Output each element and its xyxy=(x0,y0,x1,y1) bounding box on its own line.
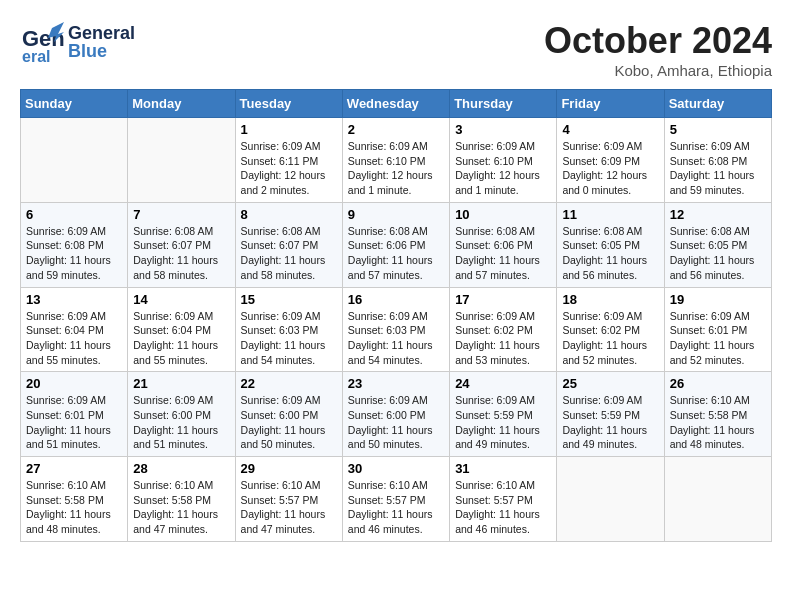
day-number: 20 xyxy=(26,376,122,391)
day-number: 26 xyxy=(670,376,766,391)
day-number: 21 xyxy=(133,376,229,391)
calendar-day-9: 9Sunrise: 6:08 AM Sunset: 6:06 PM Daylig… xyxy=(342,202,449,287)
day-number: 25 xyxy=(562,376,658,391)
day-info: Sunrise: 6:10 AM Sunset: 5:58 PM Dayligh… xyxy=(26,478,122,537)
day-number: 17 xyxy=(455,292,551,307)
svg-text:eral: eral xyxy=(22,48,50,64)
day-number: 14 xyxy=(133,292,229,307)
calendar-day-7: 7Sunrise: 6:08 AM Sunset: 6:07 PM Daylig… xyxy=(128,202,235,287)
calendar-day-20: 20Sunrise: 6:09 AM Sunset: 6:01 PM Dayli… xyxy=(21,372,128,457)
calendar-day-21: 21Sunrise: 6:09 AM Sunset: 6:00 PM Dayli… xyxy=(128,372,235,457)
weekday-header-row: SundayMondayTuesdayWednesdayThursdayFrid… xyxy=(21,90,772,118)
day-number: 30 xyxy=(348,461,444,476)
day-number: 9 xyxy=(348,207,444,222)
calendar-empty-cell xyxy=(664,457,771,542)
day-info: Sunrise: 6:09 AM Sunset: 6:00 PM Dayligh… xyxy=(241,393,337,452)
weekday-header-monday: Monday xyxy=(128,90,235,118)
calendar-day-3: 3Sunrise: 6:09 AM Sunset: 6:10 PM Daylig… xyxy=(450,118,557,203)
day-info: Sunrise: 6:09 AM Sunset: 6:03 PM Dayligh… xyxy=(348,309,444,368)
calendar-day-26: 26Sunrise: 6:10 AM Sunset: 5:58 PM Dayli… xyxy=(664,372,771,457)
day-info: Sunrise: 6:08 AM Sunset: 6:07 PM Dayligh… xyxy=(241,224,337,283)
calendar-day-15: 15Sunrise: 6:09 AM Sunset: 6:03 PM Dayli… xyxy=(235,287,342,372)
day-number: 1 xyxy=(241,122,337,137)
calendar-day-6: 6Sunrise: 6:09 AM Sunset: 6:08 PM Daylig… xyxy=(21,202,128,287)
calendar-week-row: 1Sunrise: 6:09 AM Sunset: 6:11 PM Daylig… xyxy=(21,118,772,203)
day-info: Sunrise: 6:09 AM Sunset: 6:02 PM Dayligh… xyxy=(562,309,658,368)
day-info: Sunrise: 6:09 AM Sunset: 6:08 PM Dayligh… xyxy=(26,224,122,283)
calendar-day-28: 28Sunrise: 6:10 AM Sunset: 5:58 PM Dayli… xyxy=(128,457,235,542)
calendar-day-10: 10Sunrise: 6:08 AM Sunset: 6:06 PM Dayli… xyxy=(450,202,557,287)
day-number: 12 xyxy=(670,207,766,222)
logo-blue: Blue xyxy=(68,42,135,60)
day-info: Sunrise: 6:09 AM Sunset: 6:10 PM Dayligh… xyxy=(455,139,551,198)
calendar-week-row: 13Sunrise: 6:09 AM Sunset: 6:04 PM Dayli… xyxy=(21,287,772,372)
day-number: 28 xyxy=(133,461,229,476)
day-info: Sunrise: 6:10 AM Sunset: 5:57 PM Dayligh… xyxy=(348,478,444,537)
day-number: 23 xyxy=(348,376,444,391)
calendar-day-29: 29Sunrise: 6:10 AM Sunset: 5:57 PM Dayli… xyxy=(235,457,342,542)
day-info: Sunrise: 6:09 AM Sunset: 6:11 PM Dayligh… xyxy=(241,139,337,198)
day-info: Sunrise: 6:08 AM Sunset: 6:06 PM Dayligh… xyxy=(348,224,444,283)
day-number: 27 xyxy=(26,461,122,476)
calendar-day-2: 2Sunrise: 6:09 AM Sunset: 6:10 PM Daylig… xyxy=(342,118,449,203)
calendar-day-19: 19Sunrise: 6:09 AM Sunset: 6:01 PM Dayli… xyxy=(664,287,771,372)
day-info: Sunrise: 6:08 AM Sunset: 6:07 PM Dayligh… xyxy=(133,224,229,283)
calendar-day-25: 25Sunrise: 6:09 AM Sunset: 5:59 PM Dayli… xyxy=(557,372,664,457)
day-info: Sunrise: 6:09 AM Sunset: 6:00 PM Dayligh… xyxy=(133,393,229,452)
weekday-header-friday: Friday xyxy=(557,90,664,118)
weekday-header-sunday: Sunday xyxy=(21,90,128,118)
weekday-header-thursday: Thursday xyxy=(450,90,557,118)
day-number: 8 xyxy=(241,207,337,222)
title-block: October 2024 Kobo, Amhara, Ethiopia xyxy=(544,20,772,79)
calendar-day-23: 23Sunrise: 6:09 AM Sunset: 6:00 PM Dayli… xyxy=(342,372,449,457)
weekday-header-tuesday: Tuesday xyxy=(235,90,342,118)
day-info: Sunrise: 6:08 AM Sunset: 6:05 PM Dayligh… xyxy=(670,224,766,283)
day-number: 24 xyxy=(455,376,551,391)
calendar-day-16: 16Sunrise: 6:09 AM Sunset: 6:03 PM Dayli… xyxy=(342,287,449,372)
calendar-day-4: 4Sunrise: 6:09 AM Sunset: 6:09 PM Daylig… xyxy=(557,118,664,203)
day-info: Sunrise: 6:09 AM Sunset: 6:04 PM Dayligh… xyxy=(26,309,122,368)
day-number: 6 xyxy=(26,207,122,222)
day-number: 31 xyxy=(455,461,551,476)
calendar-day-31: 31Sunrise: 6:10 AM Sunset: 5:57 PM Dayli… xyxy=(450,457,557,542)
calendar-empty-cell xyxy=(128,118,235,203)
day-info: Sunrise: 6:09 AM Sunset: 5:59 PM Dayligh… xyxy=(455,393,551,452)
logo: Gen eral General Blue xyxy=(20,20,135,64)
day-info: Sunrise: 6:09 AM Sunset: 6:04 PM Dayligh… xyxy=(133,309,229,368)
calendar-week-row: 27Sunrise: 6:10 AM Sunset: 5:58 PM Dayli… xyxy=(21,457,772,542)
weekday-header-wednesday: Wednesday xyxy=(342,90,449,118)
day-number: 2 xyxy=(348,122,444,137)
day-info: Sunrise: 6:08 AM Sunset: 6:06 PM Dayligh… xyxy=(455,224,551,283)
day-number: 5 xyxy=(670,122,766,137)
calendar-day-27: 27Sunrise: 6:10 AM Sunset: 5:58 PM Dayli… xyxy=(21,457,128,542)
weekday-header-saturday: Saturday xyxy=(664,90,771,118)
calendar-day-14: 14Sunrise: 6:09 AM Sunset: 6:04 PM Dayli… xyxy=(128,287,235,372)
day-number: 16 xyxy=(348,292,444,307)
day-info: Sunrise: 6:10 AM Sunset: 5:57 PM Dayligh… xyxy=(241,478,337,537)
day-info: Sunrise: 6:09 AM Sunset: 6:01 PM Dayligh… xyxy=(26,393,122,452)
day-number: 29 xyxy=(241,461,337,476)
day-info: Sunrise: 6:09 AM Sunset: 6:00 PM Dayligh… xyxy=(348,393,444,452)
day-info: Sunrise: 6:09 AM Sunset: 5:59 PM Dayligh… xyxy=(562,393,658,452)
day-number: 22 xyxy=(241,376,337,391)
calendar-day-11: 11Sunrise: 6:08 AM Sunset: 6:05 PM Dayli… xyxy=(557,202,664,287)
calendar-day-18: 18Sunrise: 6:09 AM Sunset: 6:02 PM Dayli… xyxy=(557,287,664,372)
calendar-week-row: 20Sunrise: 6:09 AM Sunset: 6:01 PM Dayli… xyxy=(21,372,772,457)
calendar-week-row: 6Sunrise: 6:09 AM Sunset: 6:08 PM Daylig… xyxy=(21,202,772,287)
calendar-day-5: 5Sunrise: 6:09 AM Sunset: 6:08 PM Daylig… xyxy=(664,118,771,203)
day-info: Sunrise: 6:10 AM Sunset: 5:58 PM Dayligh… xyxy=(133,478,229,537)
calendar-day-30: 30Sunrise: 6:10 AM Sunset: 5:57 PM Dayli… xyxy=(342,457,449,542)
day-info: Sunrise: 6:09 AM Sunset: 6:01 PM Dayligh… xyxy=(670,309,766,368)
logo-icon: Gen eral xyxy=(20,20,64,64)
day-number: 7 xyxy=(133,207,229,222)
calendar-empty-cell xyxy=(21,118,128,203)
location: Kobo, Amhara, Ethiopia xyxy=(544,62,772,79)
page-header: Gen eral General Blue October 2024 Kobo,… xyxy=(20,20,772,79)
logo-general: General xyxy=(68,24,135,42)
day-info: Sunrise: 6:10 AM Sunset: 5:58 PM Dayligh… xyxy=(670,393,766,452)
day-info: Sunrise: 6:09 AM Sunset: 6:10 PM Dayligh… xyxy=(348,139,444,198)
calendar-day-24: 24Sunrise: 6:09 AM Sunset: 5:59 PM Dayli… xyxy=(450,372,557,457)
calendar-day-22: 22Sunrise: 6:09 AM Sunset: 6:00 PM Dayli… xyxy=(235,372,342,457)
calendar-day-12: 12Sunrise: 6:08 AM Sunset: 6:05 PM Dayli… xyxy=(664,202,771,287)
day-info: Sunrise: 6:09 AM Sunset: 6:09 PM Dayligh… xyxy=(562,139,658,198)
